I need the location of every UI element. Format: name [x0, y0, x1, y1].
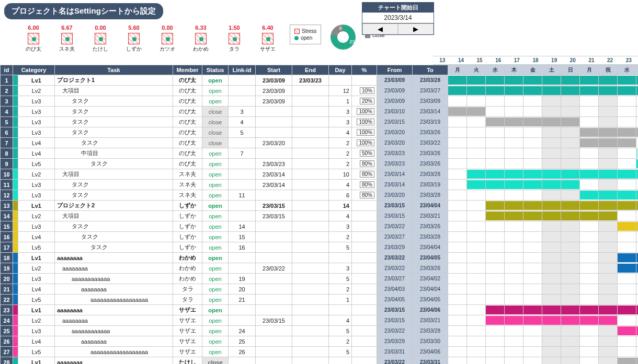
gantt-cell[interactable]	[505, 284, 523, 295]
row-pct[interactable]: 80%	[352, 169, 377, 180]
row-pct[interactable]: 80%	[352, 190, 377, 201]
row-linkid[interactable]	[229, 263, 256, 274]
gantt-cell[interactable]	[523, 107, 542, 117]
gantt-cell[interactable]	[467, 305, 486, 315]
gantt-cell[interactable]	[542, 263, 561, 274]
row-pct[interactable]	[352, 211, 377, 221]
gantt-cell[interactable]	[636, 336, 639, 347]
row-task[interactable]: プロジェクト1	[55, 75, 173, 86]
gantt-cell[interactable]	[618, 117, 636, 127]
row-status[interactable]: open	[202, 295, 229, 305]
gantt-cell[interactable]	[486, 242, 505, 253]
row-pct[interactable]: 100%	[352, 138, 377, 148]
row-status[interactable]: open	[202, 336, 229, 347]
row-member[interactable]: のび太	[173, 138, 202, 148]
gantt-bar[interactable]	[542, 86, 561, 95]
row-linkid[interactable]: 3	[229, 107, 256, 117]
gantt-bar[interactable]	[523, 170, 542, 179]
gantt-cell[interactable]	[467, 284, 486, 295]
row-pct[interactable]: 100%	[352, 107, 377, 117]
row-pct[interactable]	[352, 284, 377, 295]
gantt-cell[interactable]	[561, 117, 580, 127]
gantt-cell[interactable]	[580, 180, 599, 190]
row-pct[interactable]	[352, 201, 377, 211]
gantt-cell[interactable]	[561, 127, 580, 138]
gantt-cell[interactable]	[448, 127, 467, 138]
gantt-cell[interactable]	[505, 148, 523, 159]
gantt-cell[interactable]	[505, 253, 523, 263]
row-task[interactable]: aaaaaaaa	[55, 336, 173, 347]
gantt-cell[interactable]	[636, 295, 639, 305]
gantt-bar[interactable]	[467, 107, 485, 116]
gantt-cell[interactable]	[542, 357, 561, 365]
gantt-cell[interactable]	[467, 274, 486, 284]
col-to[interactable]: To	[413, 65, 448, 75]
gantt-cell[interactable]	[448, 326, 467, 336]
row-status[interactable]: open	[202, 159, 229, 169]
gantt-cell[interactable]	[580, 336, 599, 347]
gantt-cell[interactable]	[467, 263, 486, 274]
row-end[interactable]	[292, 263, 329, 274]
gantt-bar[interactable]	[542, 201, 561, 210]
gantt-bar[interactable]	[599, 191, 617, 199]
row-start[interactable]	[256, 107, 292, 117]
gantt-cell[interactable]	[580, 357, 599, 365]
gantt-cell[interactable]	[580, 127, 599, 138]
gantt-cell[interactable]	[448, 253, 467, 263]
row-end[interactable]	[292, 190, 329, 201]
table-row[interactable]: 24 Lv2 aaaaaaaa サザエ open 23/03/15 4 23/0…	[1, 315, 639, 326]
gantt-cell[interactable]	[505, 75, 523, 86]
gantt-cell[interactable]	[580, 159, 599, 169]
row-day[interactable]: 1	[329, 96, 352, 107]
table-row[interactable]: 3 Lv3 タスク のび太 open 23/03/09 1 20% 23/03/…	[1, 96, 639, 107]
gantt-bar[interactable]	[599, 212, 617, 220]
col-from[interactable]: From	[377, 65, 413, 75]
gantt-cell[interactable]	[486, 211, 505, 221]
gantt-cell[interactable]	[599, 295, 618, 305]
row-end[interactable]	[292, 107, 329, 117]
table-row[interactable]: 18 Lv1 aaaaaaaa わかめ open 23/03/22 23/04/…	[1, 253, 639, 263]
gantt-cell[interactable]	[448, 75, 467, 86]
row-task[interactable]: 中項目	[55, 148, 173, 159]
table-row[interactable]: 22 Lv5 aaaaaaaaaaaaaaaaaa タラ open 21 1 2…	[1, 295, 639, 305]
row-member[interactable]: スネ夫	[173, 169, 202, 180]
gantt-cell[interactable]	[542, 127, 561, 138]
gantt-cell[interactable]	[618, 159, 636, 169]
gantt-cell[interactable]	[523, 169, 542, 180]
gantt-cell[interactable]	[486, 190, 505, 201]
row-member[interactable]: のび太	[173, 117, 202, 127]
gantt-cell[interactable]	[636, 117, 639, 127]
row-task[interactable]: タスク	[55, 159, 173, 169]
row-member[interactable]: のび太	[173, 86, 202, 96]
row-member[interactable]: しずか	[173, 221, 202, 232]
row-start[interactable]	[256, 253, 292, 263]
row-linkid[interactable]: 20	[229, 284, 256, 295]
gantt-bar[interactable]	[618, 128, 636, 137]
gantt-cell[interactable]	[561, 347, 580, 357]
row-day[interactable]	[329, 253, 352, 263]
gantt-cell[interactable]	[467, 138, 486, 148]
row-day[interactable]: 2	[329, 148, 352, 159]
gantt-cell[interactable]	[505, 221, 523, 232]
row-linkid[interactable]: 4	[229, 117, 256, 127]
row-day[interactable]: 6	[329, 190, 352, 201]
gantt-cell[interactable]	[523, 127, 542, 138]
gantt-cell[interactable]	[467, 86, 486, 96]
gantt-cell[interactable]	[561, 211, 580, 221]
gantt-bar[interactable]	[599, 201, 617, 210]
gantt-cell[interactable]	[523, 305, 542, 315]
gantt-cell[interactable]	[542, 326, 561, 336]
gantt-cell[interactable]	[467, 117, 486, 127]
gantt-cell[interactable]	[580, 96, 599, 107]
gantt-bar[interactable]	[561, 212, 579, 220]
gantt-cell[interactable]	[467, 315, 486, 326]
gantt-cell[interactable]	[523, 357, 542, 365]
gantt-bar[interactable]	[618, 201, 636, 210]
gantt-cell[interactable]	[467, 242, 486, 253]
gantt-bar[interactable]	[448, 107, 466, 116]
gantt-cell[interactable]	[636, 211, 639, 221]
row-end[interactable]	[292, 180, 329, 190]
gantt-cell[interactable]	[542, 336, 561, 347]
gantt-cell[interactable]	[542, 315, 561, 326]
row-member[interactable]: わかめ	[173, 263, 202, 274]
